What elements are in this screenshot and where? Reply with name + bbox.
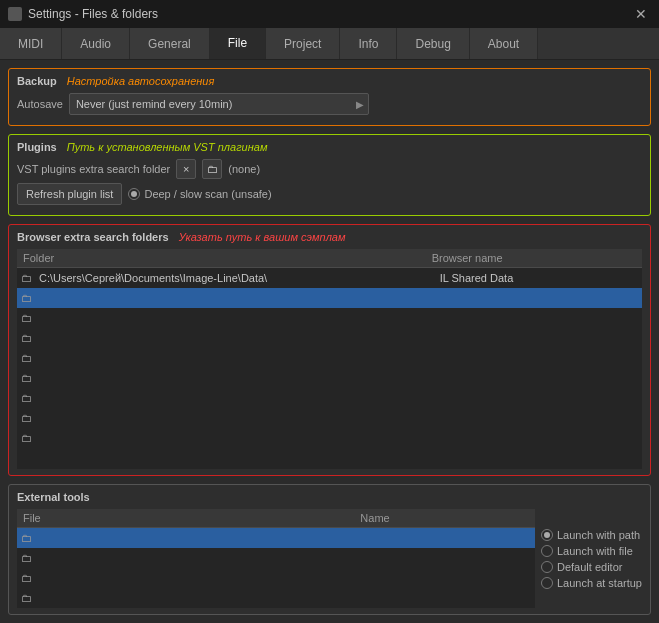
tab-project[interactable]: Project	[266, 28, 340, 59]
launch-path-radio[interactable]	[541, 529, 553, 541]
tab-audio[interactable]: Audio	[62, 28, 130, 59]
external-table-wrap: File Name 🗀 🗀 🗀 🗀	[17, 509, 535, 608]
external-options: Launch with path Launch with file Defaul…	[541, 509, 642, 608]
launch-startup-radio[interactable]	[541, 577, 553, 589]
tab-about[interactable]: About	[470, 28, 538, 59]
table-row[interactable]: 🗀	[17, 308, 642, 328]
backup-header: Backup Настройка автосохранения	[17, 75, 642, 87]
folder-icon: 🗀	[21, 272, 35, 284]
ext-col-name: Name	[360, 512, 529, 524]
autosave-row: Autosave Never (just remind every 10min)…	[17, 93, 642, 115]
folder-icon: 🗀	[21, 312, 35, 324]
close-button[interactable]: ✕	[631, 6, 651, 22]
folder-icon: 🗀	[21, 412, 35, 424]
autosave-dropdown[interactable]: Never (just remind every 10min) ▶	[69, 93, 369, 115]
backup-section: Backup Настройка автосохранения Autosave…	[8, 68, 651, 126]
plugin-actions-row: Refresh plugin list Deep / slow scan (un…	[17, 183, 642, 205]
vst-browse-button[interactable]: 🗀	[202, 159, 222, 179]
backup-title: Backup	[17, 75, 57, 87]
folder-icon: 🗀	[21, 592, 35, 604]
tab-file[interactable]: File	[210, 28, 266, 59]
launch-file-label: Launch with file	[557, 545, 633, 557]
deep-scan-option[interactable]: Deep / slow scan (unsafe)	[128, 188, 271, 200]
tab-info[interactable]: Info	[340, 28, 397, 59]
folder-icon: 🗀	[21, 352, 35, 364]
table-row[interactable]: 🗀	[17, 528, 535, 548]
table-row[interactable]: 🗀	[17, 408, 642, 428]
browser-col-name: Browser name	[432, 252, 636, 264]
dropdown-arrow-icon: ▶	[356, 99, 364, 110]
table-row[interactable]: 🗀	[17, 328, 642, 348]
table-row[interactable]: 🗀	[17, 568, 535, 588]
window-icon	[8, 7, 22, 21]
browser-col-folder: Folder	[23, 252, 432, 264]
folder-icon: 🗀	[21, 292, 35, 304]
browser-name: IL Shared Data	[440, 272, 638, 284]
browser-table: Folder Browser name 🗀 C:\Users\Сергей\Do…	[17, 249, 642, 469]
tab-general[interactable]: General	[130, 28, 210, 59]
autosave-label: Autosave	[17, 98, 63, 110]
folder-path: C:\Users\Сергей\Documents\Image-Line\Dat…	[39, 272, 436, 284]
tab-debug[interactable]: Debug	[397, 28, 469, 59]
browser-annotation: Указать путь к вашим сэмплам	[179, 231, 346, 243]
browser-title: Browser extra search folders	[17, 231, 169, 243]
external-inner: File Name 🗀 🗀 🗀 🗀	[17, 509, 642, 608]
table-row[interactable]: 🗀	[17, 368, 642, 388]
title-bar: Settings - Files & folders ✕	[0, 0, 659, 28]
plugins-title: Plugins	[17, 141, 57, 153]
vst-value: (none)	[228, 163, 260, 175]
table-row[interactable]: 🗀 C:\Users\Сергей\Documents\Image-Line\D…	[17, 268, 642, 288]
launch-startup-option[interactable]: Launch at startup	[541, 577, 642, 589]
folder-icon: 🗀	[21, 532, 35, 544]
table-row[interactable]: 🗀	[17, 548, 535, 568]
external-tools-section: External tools File Name 🗀 🗀	[8, 484, 651, 615]
browser-table-header: Folder Browser name	[17, 249, 642, 268]
table-row[interactable]: 🗀	[17, 348, 642, 368]
launch-with-path-option[interactable]: Launch with path	[541, 529, 642, 541]
default-editor-radio[interactable]	[541, 561, 553, 573]
external-header: External tools	[17, 491, 642, 503]
refresh-plugin-button[interactable]: Refresh plugin list	[17, 183, 122, 205]
plugins-annotation: Путь к установленным VST плагинам	[67, 141, 268, 153]
browser-table-body[interactable]: 🗀 C:\Users\Сергей\Documents\Image-Line\D…	[17, 268, 642, 469]
folder-icon: 🗀	[21, 372, 35, 384]
browser-header: Browser extra search folders Указать пут…	[17, 231, 642, 243]
table-row[interactable]: 🗀	[17, 428, 642, 448]
backup-annotation: Настройка автосохранения	[67, 75, 215, 87]
table-row[interactable]: 🗀	[17, 588, 535, 608]
table-row[interactable]: 🗀	[17, 288, 642, 308]
tabs-bar: MIDI Audio General File Project Info Deb…	[0, 28, 659, 60]
default-editor-label: Default editor	[557, 561, 622, 573]
browser-section: Browser extra search folders Указать пут…	[8, 224, 651, 476]
default-editor-option[interactable]: Default editor	[541, 561, 642, 573]
window-title: Settings - Files & folders	[28, 7, 625, 21]
launch-path-label: Launch with path	[557, 529, 640, 541]
external-table-body[interactable]: 🗀 🗀 🗀 🗀	[17, 528, 535, 608]
main-content: Backup Настройка автосохранения Autosave…	[0, 60, 659, 623]
launch-file-radio[interactable]	[541, 545, 553, 557]
vst-clear-button[interactable]: ×	[176, 159, 196, 179]
folder-icon: 🗀	[21, 332, 35, 344]
folder-icon: 🗀	[21, 432, 35, 444]
deep-scan-radio[interactable]	[128, 188, 140, 200]
vst-row: VST plugins extra search folder × 🗀 (non…	[17, 159, 642, 179]
folder-icon: 🗀	[21, 572, 35, 584]
tab-midi[interactable]: MIDI	[0, 28, 62, 59]
launch-with-file-option[interactable]: Launch with file	[541, 545, 642, 557]
external-table-header: File Name	[17, 509, 535, 528]
launch-startup-label: Launch at startup	[557, 577, 642, 589]
plugins-header: Plugins Путь к установленным VST плагина…	[17, 141, 642, 153]
external-title: External tools	[17, 491, 90, 503]
folder-icon: 🗀	[21, 552, 35, 564]
plugins-section: Plugins Путь к установленным VST плагина…	[8, 134, 651, 216]
table-row[interactable]: 🗀	[17, 388, 642, 408]
deep-scan-label: Deep / slow scan (unsafe)	[144, 188, 271, 200]
vst-label: VST plugins extra search folder	[17, 163, 170, 175]
folder-icon: 🗀	[21, 392, 35, 404]
ext-col-file: File	[23, 512, 360, 524]
